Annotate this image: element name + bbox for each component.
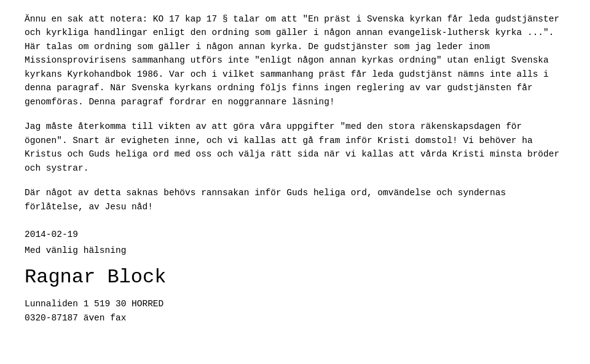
signature-block: 2014-02-19 Med vänlig hälsning Ragnar Bl… bbox=[25, 228, 565, 325]
paragraph-3-text: Där något av detta saknas behövs rannsak… bbox=[25, 188, 506, 211]
signature-name: Ragnar Block bbox=[25, 263, 565, 292]
greeting-line: Med vänlig hälsning bbox=[25, 244, 565, 258]
address-line-2: 0320-87187 även fax bbox=[25, 311, 565, 325]
date-line: 2014-02-19 bbox=[25, 228, 565, 242]
address-line-1: Lunnaliden 1 519 30 HORRED bbox=[25, 297, 565, 311]
paragraph-1: Ännu en sak att notera: KO 17 kap 17 § t… bbox=[25, 12, 565, 109]
main-content: Ännu en sak att notera: KO 17 kap 17 § t… bbox=[25, 12, 565, 325]
paragraph-2: Jag måste återkomma till vikten av att g… bbox=[25, 120, 565, 175]
paragraph-1-text: Ännu en sak att notera: KO 17 kap 17 § t… bbox=[25, 14, 559, 107]
address-block: Lunnaliden 1 519 30 HORRED 0320-87187 äv… bbox=[25, 297, 565, 325]
paragraph-2-text: Jag måste återkomma till vikten av att g… bbox=[25, 122, 559, 172]
paragraph-3: Där något av detta saknas behövs rannsak… bbox=[25, 186, 565, 214]
